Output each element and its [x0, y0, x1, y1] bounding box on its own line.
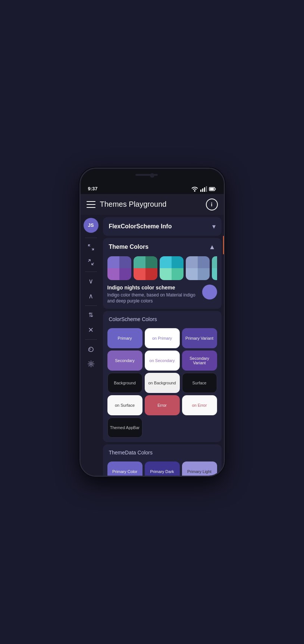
user-avatar[interactable]: JS — [84, 218, 98, 233]
chip-on-error[interactable]: on Error — [182, 395, 217, 415]
chip-on-background-label: on Background — [148, 381, 176, 385]
chip-primary-dark[interactable]: Primary Dark — [145, 461, 180, 475]
main-area: JS ∨ ∧ ⇅ ✕ — [81, 215, 224, 476]
status-bar: 9:37 — [81, 184, 224, 194]
sidebar-icon-collapse[interactable] — [84, 256, 98, 269]
chip-error[interactable]: Error — [145, 395, 180, 415]
app-title: Themes Playground — [100, 200, 201, 209]
swatch-1[interactable] — [107, 256, 131, 280]
colorscheme-content: Primary on Primary Primary Variant Secon… — [103, 327, 222, 442]
chip-surface-label: Surface — [192, 381, 207, 385]
swatch-1-q4 — [119, 268, 131, 280]
power-button[interactable] — [223, 236, 225, 254]
chip-primary[interactable]: Primary — [107, 328, 142, 348]
swatch-5[interactable] — [212, 256, 217, 280]
content-panel: FlexColorScheme Info ▾ Theme Colors ▲ — [101, 215, 224, 476]
chip-secondary-variant[interactable]: Secondary Variant — [182, 350, 217, 371]
swatch-3-q2 — [172, 256, 184, 268]
chip-on-surface[interactable]: on Surface — [107, 395, 142, 415]
swatch-2-q4 — [145, 268, 157, 280]
scheme-info: Indigo nights color scheme Indigo color … — [107, 285, 217, 305]
svg-rect-2 — [204, 187, 205, 192]
sidebar-icon-close[interactable]: ✕ — [84, 323, 98, 337]
chip-on-primary[interactable]: on Primary — [145, 328, 180, 348]
swatch-2[interactable] — [134, 256, 157, 280]
chip-on-primary-label: on Primary — [152, 336, 172, 340]
sidebar: JS ∨ ∧ ⇅ ✕ — [81, 215, 101, 476]
sidebar-icon-reset[interactable] — [84, 342, 98, 356]
svg-line-14 — [93, 362, 93, 362]
svg-line-13 — [93, 365, 93, 366]
swatch-5-q1 — [212, 256, 217, 268]
sidebar-divider-2 — [85, 272, 97, 272]
phone-frame: 9:37 Theme — [79, 168, 225, 477]
flex-colorscheme-card: FlexColorScheme Info ▾ — [103, 217, 222, 236]
status-time: 9:37 — [88, 186, 98, 191]
phone-top — [81, 169, 224, 184]
theme-colors-content: Indigo nights color scheme Indigo color … — [103, 256, 222, 309]
chip-themed-appbar[interactable]: Themed AppBar — [107, 418, 142, 438]
wifi-icon — [191, 185, 198, 193]
battery-icon — [209, 185, 216, 193]
chip-on-background[interactable]: on Background — [145, 373, 180, 393]
chip-on-surface-label: on Surface — [115, 403, 135, 407]
chip-primary-light[interactable]: Primary Light — [182, 461, 217, 475]
sidebar-icon-brightness[interactable] — [84, 357, 98, 371]
svg-rect-0 — [200, 190, 201, 192]
hamburger-menu-icon[interactable] — [87, 201, 95, 208]
chip-secondary[interactable]: Secondary — [107, 350, 142, 371]
sidebar-icon-chevron-up[interactable]: ∧ — [84, 289, 98, 303]
chip-secondary-label: Secondary — [115, 358, 135, 363]
info-button[interactable]: i — [206, 199, 218, 210]
scheme-desc: Indigo color theme, based on Material in… — [107, 292, 198, 305]
chip-background[interactable]: Background — [107, 373, 142, 393]
flex-colorscheme-title: FlexColorScheme Info — [109, 223, 172, 230]
svg-rect-5 — [210, 188, 214, 190]
theme-colors-header[interactable]: Theme Colors ▲ — [103, 238, 222, 256]
sidebar-icon-expand[interactable] — [84, 241, 98, 254]
swatch-1-q2 — [119, 256, 131, 268]
themedata-header[interactable]: ThemeData Colors — [103, 444, 222, 460]
theme-colors-chevron: ▲ — [209, 243, 216, 251]
color-swatches — [107, 256, 217, 280]
sidebar-divider-1 — [85, 238, 97, 238]
chip-primary-variant[interactable]: Primary Variant — [182, 328, 217, 348]
signal-icon — [200, 185, 207, 193]
swatch-4-q1 — [186, 256, 198, 268]
chip-surface[interactable]: Surface — [182, 373, 217, 393]
swatch-2-q3 — [134, 268, 145, 280]
swatch-3[interactable] — [160, 256, 184, 280]
swatch-3-q1 — [160, 256, 172, 268]
colorscheme-grid: Primary on Primary Primary Variant Secon… — [107, 328, 217, 438]
scheme-text: Indigo nights color scheme Indigo color … — [107, 285, 198, 305]
chip-on-secondary-label: on Secondary — [150, 358, 175, 363]
colorscheme-header[interactable]: ColorScheme Colors — [103, 311, 222, 327]
chip-primary-label: Primary — [118, 336, 132, 340]
chip-primary-light-label: Primary Light — [187, 469, 211, 474]
theme-colors-title: Theme Colors — [109, 244, 149, 250]
flex-colorscheme-header[interactable]: FlexColorScheme Info ▾ — [103, 217, 222, 236]
status-icons — [191, 185, 216, 193]
chip-secondary-variant-label: Secondary Variant — [184, 356, 215, 365]
theme-toggle[interactable] — [202, 285, 217, 299]
colorscheme-title: ColorScheme Colors — [109, 316, 157, 322]
flex-colorscheme-chevron: ▾ — [212, 222, 216, 231]
app-bar: Themes Playground i — [81, 194, 224, 215]
colorscheme-colors-card: ColorScheme Colors Primary on Primary Pr… — [103, 311, 222, 442]
swatch-3-q3 — [160, 268, 172, 280]
chip-primary-dark-label: Primary Dark — [150, 469, 174, 474]
sidebar-icon-updown[interactable]: ⇅ — [84, 308, 98, 322]
chip-primary-color[interactable]: Primary Color — [107, 461, 142, 475]
themedata-colors-card: ThemeData Colors Primary Color Primary D… — [103, 444, 222, 475]
swatch-4[interactable] — [186, 256, 210, 280]
themedata-grid: Primary Color Primary Dark Primary Light… — [107, 461, 217, 475]
swatch-2-q1 — [134, 256, 145, 268]
speaker-slot — [135, 174, 158, 176]
chip-error-label: Error — [157, 403, 166, 407]
sidebar-icon-chevron-down[interactable]: ∨ — [84, 275, 98, 288]
chip-on-secondary[interactable]: on Secondary — [145, 350, 180, 371]
chip-background-label: Background — [114, 381, 136, 385]
swatch-4-q2 — [198, 256, 210, 268]
svg-line-12 — [89, 362, 89, 362]
chip-primary-color-label: Primary Color — [112, 469, 137, 474]
